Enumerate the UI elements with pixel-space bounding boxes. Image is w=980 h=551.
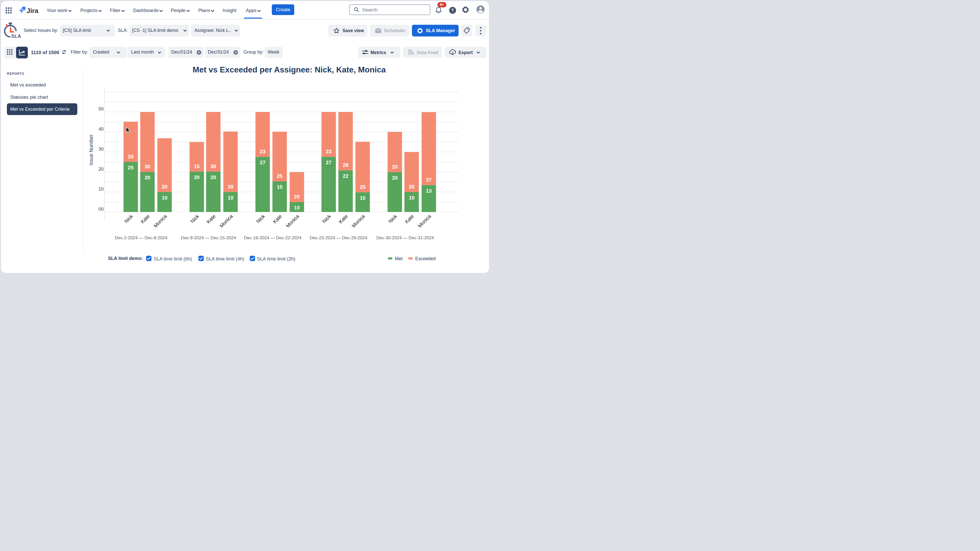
svg-text:Nick: Nick (255, 213, 266, 224)
svg-text:Kate: Kate (272, 213, 283, 224)
svg-text:Nick: Nick (189, 213, 200, 224)
svg-text:28: 28 (343, 162, 348, 168)
svg-text:27: 27 (326, 160, 331, 165)
svg-text:Monica: Monica (153, 213, 168, 229)
svg-text:25: 25 (360, 184, 366, 190)
svg-text:30: 30 (145, 164, 150, 169)
svg-text:10: 10 (228, 195, 233, 200)
svg-text:15: 15 (277, 184, 283, 190)
svg-text:40: 40 (99, 127, 103, 132)
svg-text:23: 23 (260, 149, 266, 154)
svg-text:Dec-23-2024 — Dec-29-2024: Dec-23-2024 — Dec-29-2024 (310, 235, 368, 240)
svg-text:23: 23 (326, 149, 331, 154)
svg-text:Dec-9-2024 — Dec-15-2024: Dec-9-2024 — Dec-15-2024 (181, 235, 236, 240)
svg-text:20: 20 (194, 175, 200, 180)
svg-text:50: 50 (99, 106, 103, 111)
svg-text:Dec-30-2024 — Dec-31-2024: Dec-30-2024 — Dec-31-2024 (376, 235, 434, 240)
svg-text:25: 25 (128, 165, 134, 170)
svg-text:Monica: Monica (218, 213, 234, 229)
svg-text:Kate: Kate (140, 213, 151, 224)
svg-text:20: 20 (99, 167, 103, 171)
svg-text:15: 15 (194, 164, 200, 169)
svg-text:10: 10 (99, 186, 103, 192)
svg-text:Nick: Nick (123, 213, 134, 224)
svg-text:13: 13 (426, 188, 431, 194)
svg-text:20: 20 (210, 175, 216, 180)
svg-text:10: 10 (409, 195, 414, 200)
svg-text:20: 20 (294, 194, 300, 200)
svg-text:Monica: Monica (285, 213, 300, 229)
svg-text:10: 10 (294, 205, 300, 210)
svg-text:10: 10 (360, 195, 366, 201)
svg-text:Nick: Nick (321, 213, 332, 224)
svg-text:Kate: Kate (404, 213, 415, 224)
svg-text:30: 30 (228, 184, 233, 189)
svg-text:Issue Number: Issue Number (88, 135, 94, 165)
svg-text:Dec-2-2024 — Dec-8-2024: Dec-2-2024 — Dec-8-2024 (115, 235, 168, 240)
svg-text:20: 20 (162, 184, 167, 189)
svg-text:30: 30 (99, 146, 103, 151)
svg-text:20: 20 (128, 154, 134, 159)
svg-text:25: 25 (277, 173, 283, 179)
svg-text:37: 37 (426, 177, 431, 183)
svg-text:30: 30 (210, 164, 216, 169)
svg-text:Monica: Monica (351, 213, 366, 229)
svg-text:Kate: Kate (205, 213, 217, 224)
svg-text:22: 22 (343, 173, 348, 179)
svg-text:Nick: Nick (387, 213, 398, 224)
svg-text:27: 27 (260, 160, 266, 165)
svg-text:Kate: Kate (338, 213, 349, 224)
svg-text:20: 20 (392, 175, 398, 181)
svg-text:10: 10 (162, 195, 167, 200)
svg-text:Monica: Monica (417, 213, 432, 229)
svg-text:00: 00 (99, 206, 103, 212)
svg-text:20: 20 (409, 184, 414, 189)
svg-text:20: 20 (392, 164, 398, 170)
svg-text:Dec-16-2024 — Dec-22-2024: Dec-16-2024 — Dec-22-2024 (244, 235, 302, 240)
svg-text:20: 20 (145, 175, 150, 180)
